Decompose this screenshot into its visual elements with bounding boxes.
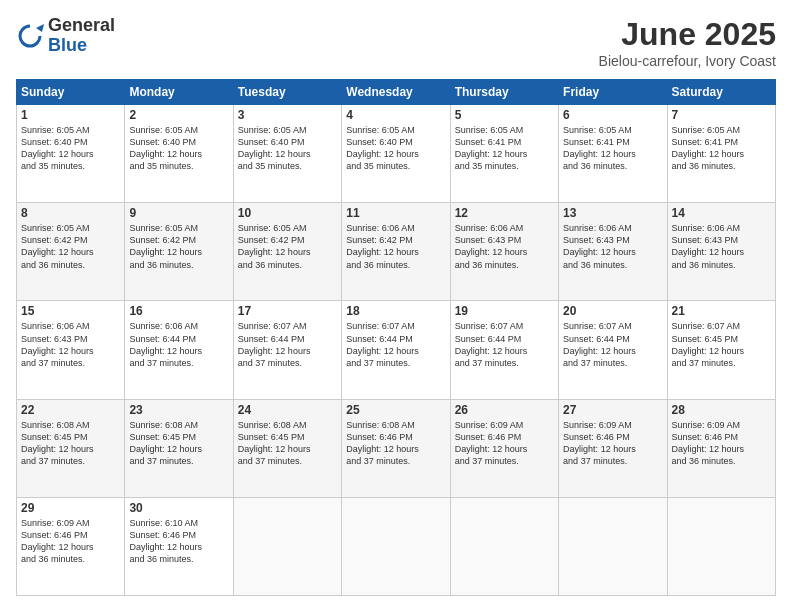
day-info: Sunrise: 6:05 AM Sunset: 6:42 PM Dayligh…: [129, 222, 228, 271]
day-number: 17: [238, 304, 337, 318]
day-info: Sunrise: 6:08 AM Sunset: 6:45 PM Dayligh…: [238, 419, 337, 468]
day-number: 21: [672, 304, 771, 318]
calendar-week-row: 22Sunrise: 6:08 AM Sunset: 6:45 PM Dayli…: [17, 399, 776, 497]
calendar-header-row: Sunday Monday Tuesday Wednesday Thursday…: [17, 80, 776, 105]
day-number: 18: [346, 304, 445, 318]
table-row: 2Sunrise: 6:05 AM Sunset: 6:40 PM Daylig…: [125, 105, 233, 203]
table-row: [450, 497, 558, 595]
logo-text: General Blue: [48, 16, 115, 56]
day-number: 11: [346, 206, 445, 220]
location: Bielou-carrefour, Ivory Coast: [599, 53, 776, 69]
table-row: 27Sunrise: 6:09 AM Sunset: 6:46 PM Dayli…: [559, 399, 667, 497]
day-number: 8: [21, 206, 120, 220]
day-info: Sunrise: 6:09 AM Sunset: 6:46 PM Dayligh…: [563, 419, 662, 468]
day-number: 4: [346, 108, 445, 122]
day-info: Sunrise: 6:06 AM Sunset: 6:43 PM Dayligh…: [563, 222, 662, 271]
day-number: 14: [672, 206, 771, 220]
table-row: 4Sunrise: 6:05 AM Sunset: 6:40 PM Daylig…: [342, 105, 450, 203]
table-row: 20Sunrise: 6:07 AM Sunset: 6:44 PM Dayli…: [559, 301, 667, 399]
day-number: 16: [129, 304, 228, 318]
table-row: 19Sunrise: 6:07 AM Sunset: 6:44 PM Dayli…: [450, 301, 558, 399]
day-number: 23: [129, 403, 228, 417]
logo: General Blue: [16, 16, 115, 56]
table-row: 23Sunrise: 6:08 AM Sunset: 6:45 PM Dayli…: [125, 399, 233, 497]
table-row: [342, 497, 450, 595]
table-row: [667, 497, 775, 595]
col-wednesday: Wednesday: [342, 80, 450, 105]
day-number: 9: [129, 206, 228, 220]
logo-icon: [16, 22, 44, 50]
col-tuesday: Tuesday: [233, 80, 341, 105]
calendar-table: Sunday Monday Tuesday Wednesday Thursday…: [16, 79, 776, 596]
calendar-week-row: 1Sunrise: 6:05 AM Sunset: 6:40 PM Daylig…: [17, 105, 776, 203]
day-number: 25: [346, 403, 445, 417]
table-row: 10Sunrise: 6:05 AM Sunset: 6:42 PM Dayli…: [233, 203, 341, 301]
day-number: 28: [672, 403, 771, 417]
table-row: 29Sunrise: 6:09 AM Sunset: 6:46 PM Dayli…: [17, 497, 125, 595]
day-info: Sunrise: 6:07 AM Sunset: 6:44 PM Dayligh…: [455, 320, 554, 369]
table-row: 13Sunrise: 6:06 AM Sunset: 6:43 PM Dayli…: [559, 203, 667, 301]
day-info: Sunrise: 6:08 AM Sunset: 6:46 PM Dayligh…: [346, 419, 445, 468]
day-number: 30: [129, 501, 228, 515]
header: General Blue June 2025 Bielou-carrefour,…: [16, 16, 776, 69]
table-row: 24Sunrise: 6:08 AM Sunset: 6:45 PM Dayli…: [233, 399, 341, 497]
table-row: 26Sunrise: 6:09 AM Sunset: 6:46 PM Dayli…: [450, 399, 558, 497]
day-number: 29: [21, 501, 120, 515]
day-info: Sunrise: 6:07 AM Sunset: 6:45 PM Dayligh…: [672, 320, 771, 369]
day-number: 5: [455, 108, 554, 122]
col-friday: Friday: [559, 80, 667, 105]
table-row: 28Sunrise: 6:09 AM Sunset: 6:46 PM Dayli…: [667, 399, 775, 497]
table-row: 3Sunrise: 6:05 AM Sunset: 6:40 PM Daylig…: [233, 105, 341, 203]
day-number: 22: [21, 403, 120, 417]
calendar-week-row: 15Sunrise: 6:06 AM Sunset: 6:43 PM Dayli…: [17, 301, 776, 399]
day-info: Sunrise: 6:09 AM Sunset: 6:46 PM Dayligh…: [455, 419, 554, 468]
logo-blue-text: Blue: [48, 36, 115, 56]
table-row: 25Sunrise: 6:08 AM Sunset: 6:46 PM Dayli…: [342, 399, 450, 497]
day-info: Sunrise: 6:06 AM Sunset: 6:43 PM Dayligh…: [455, 222, 554, 271]
page: General Blue June 2025 Bielou-carrefour,…: [0, 0, 792, 612]
day-number: 15: [21, 304, 120, 318]
day-number: 1: [21, 108, 120, 122]
day-number: 12: [455, 206, 554, 220]
day-info: Sunrise: 6:07 AM Sunset: 6:44 PM Dayligh…: [346, 320, 445, 369]
day-number: 19: [455, 304, 554, 318]
table-row: 8Sunrise: 6:05 AM Sunset: 6:42 PM Daylig…: [17, 203, 125, 301]
col-saturday: Saturday: [667, 80, 775, 105]
month-title: June 2025: [599, 16, 776, 53]
day-info: Sunrise: 6:06 AM Sunset: 6:43 PM Dayligh…: [21, 320, 120, 369]
day-number: 2: [129, 108, 228, 122]
table-row: 5Sunrise: 6:05 AM Sunset: 6:41 PM Daylig…: [450, 105, 558, 203]
day-info: Sunrise: 6:05 AM Sunset: 6:40 PM Dayligh…: [21, 124, 120, 173]
day-info: Sunrise: 6:05 AM Sunset: 6:41 PM Dayligh…: [455, 124, 554, 173]
day-info: Sunrise: 6:08 AM Sunset: 6:45 PM Dayligh…: [129, 419, 228, 468]
table-row: 12Sunrise: 6:06 AM Sunset: 6:43 PM Dayli…: [450, 203, 558, 301]
table-row: 21Sunrise: 6:07 AM Sunset: 6:45 PM Dayli…: [667, 301, 775, 399]
day-info: Sunrise: 6:09 AM Sunset: 6:46 PM Dayligh…: [21, 517, 120, 566]
table-row: [559, 497, 667, 595]
col-monday: Monday: [125, 80, 233, 105]
day-info: Sunrise: 6:05 AM Sunset: 6:41 PM Dayligh…: [563, 124, 662, 173]
title-block: June 2025 Bielou-carrefour, Ivory Coast: [599, 16, 776, 69]
day-info: Sunrise: 6:05 AM Sunset: 6:42 PM Dayligh…: [238, 222, 337, 271]
table-row: 22Sunrise: 6:08 AM Sunset: 6:45 PM Dayli…: [17, 399, 125, 497]
day-info: Sunrise: 6:09 AM Sunset: 6:46 PM Dayligh…: [672, 419, 771, 468]
day-info: Sunrise: 6:06 AM Sunset: 6:42 PM Dayligh…: [346, 222, 445, 271]
table-row: 30Sunrise: 6:10 AM Sunset: 6:46 PM Dayli…: [125, 497, 233, 595]
day-number: 13: [563, 206, 662, 220]
table-row: 18Sunrise: 6:07 AM Sunset: 6:44 PM Dayli…: [342, 301, 450, 399]
day-info: Sunrise: 6:06 AM Sunset: 6:44 PM Dayligh…: [129, 320, 228, 369]
day-info: Sunrise: 6:06 AM Sunset: 6:43 PM Dayligh…: [672, 222, 771, 271]
day-info: Sunrise: 6:05 AM Sunset: 6:42 PM Dayligh…: [21, 222, 120, 271]
day-info: Sunrise: 6:08 AM Sunset: 6:45 PM Dayligh…: [21, 419, 120, 468]
day-number: 27: [563, 403, 662, 417]
table-row: 14Sunrise: 6:06 AM Sunset: 6:43 PM Dayli…: [667, 203, 775, 301]
table-row: 1Sunrise: 6:05 AM Sunset: 6:40 PM Daylig…: [17, 105, 125, 203]
calendar-week-row: 8Sunrise: 6:05 AM Sunset: 6:42 PM Daylig…: [17, 203, 776, 301]
day-number: 3: [238, 108, 337, 122]
day-number: 6: [563, 108, 662, 122]
table-row: 7Sunrise: 6:05 AM Sunset: 6:41 PM Daylig…: [667, 105, 775, 203]
logo-general-text: General: [48, 16, 115, 36]
table-row: 16Sunrise: 6:06 AM Sunset: 6:44 PM Dayli…: [125, 301, 233, 399]
table-row: [233, 497, 341, 595]
day-number: 7: [672, 108, 771, 122]
